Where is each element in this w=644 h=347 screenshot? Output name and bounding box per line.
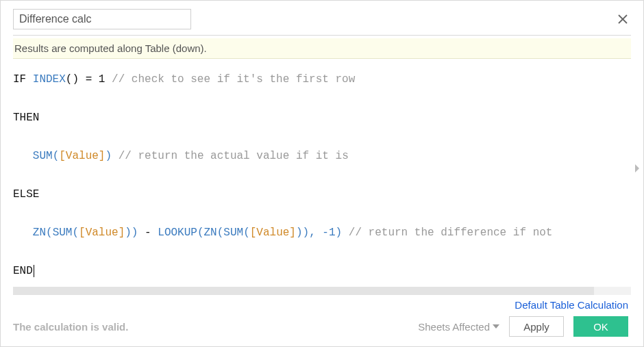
function-sum: SUM [223, 227, 243, 239]
header-divider [13, 35, 631, 36]
formula-editor[interactable]: IF INDEX() = 1 // check to see if it's t… [1, 59, 643, 287]
text: () = 1 [66, 73, 106, 86]
operator-minus: - [138, 227, 158, 239]
validation-status: The calculation is valid. [13, 321, 128, 333]
paren: ( [197, 227, 204, 239]
indent [13, 150, 33, 162]
calculation-editor-dialog: Results are computed along Table (down).… [0, 0, 644, 347]
paren: ( [217, 227, 224, 239]
sheets-affected-label: Sheets Affected [418, 321, 490, 333]
apply-button[interactable]: Apply [509, 316, 564, 337]
text-caret [34, 265, 34, 277]
paren: ( [243, 227, 250, 239]
paren: ) [105, 150, 112, 162]
horizontal-scrollbar[interactable] [13, 287, 631, 295]
paren: )) [125, 227, 138, 239]
dialog-header [1, 1, 643, 35]
keyword-if: IF [13, 73, 26, 86]
function-zn: ZN [204, 227, 217, 239]
default-table-calculation-link[interactable]: Default Table Calculation [515, 299, 628, 311]
comment: // return the difference if not [349, 227, 553, 239]
paren-num: )), -1) [296, 227, 342, 239]
keyword-end: END [13, 265, 33, 277]
formula-editor-wrap: IF INDEX() = 1 // check to see if it's t… [1, 59, 643, 287]
close-icon [617, 13, 629, 25]
field-value: [Value] [59, 150, 105, 162]
function-lookup: LOOKUP [158, 227, 197, 239]
svg-marker-3 [493, 324, 499, 329]
dialog-footer: The calculation is valid. Sheets Affecte… [1, 312, 643, 346]
comment: // check to see if it's the first row [112, 73, 355, 86]
paren: ( [72, 227, 79, 239]
keyword-else: ELSE [13, 188, 39, 201]
function-sum: SUM [53, 227, 73, 239]
expand-handle[interactable] [632, 162, 642, 175]
svg-marker-2 [635, 164, 639, 172]
ok-button[interactable]: OK [573, 316, 628, 337]
indent [13, 227, 33, 239]
footer-right: Sheets Affected Apply OK [418, 316, 628, 337]
sheets-affected-dropdown[interactable]: Sheets Affected [418, 321, 499, 333]
paren: ( [53, 150, 60, 162]
horizontal-scrollbar-thumb[interactable] [13, 287, 594, 295]
field-value: [Value] [250, 227, 296, 239]
link-row: Default Table Calculation [1, 298, 643, 312]
function-index: INDEX [33, 73, 66, 86]
keyword-then: THEN [13, 112, 39, 124]
function-zn: ZN [33, 227, 46, 239]
calculation-name-input[interactable] [13, 9, 191, 29]
chevron-down-icon [493, 324, 499, 329]
compute-info-bar: Results are computed along Table (down). [13, 38, 631, 59]
chevron-right-icon [634, 164, 641, 173]
close-button[interactable] [615, 11, 631, 27]
comment: // return the actual value if it is [119, 150, 349, 162]
paren: ( [46, 227, 53, 239]
field-value: [Value] [79, 227, 125, 239]
function-sum: SUM [33, 150, 53, 162]
